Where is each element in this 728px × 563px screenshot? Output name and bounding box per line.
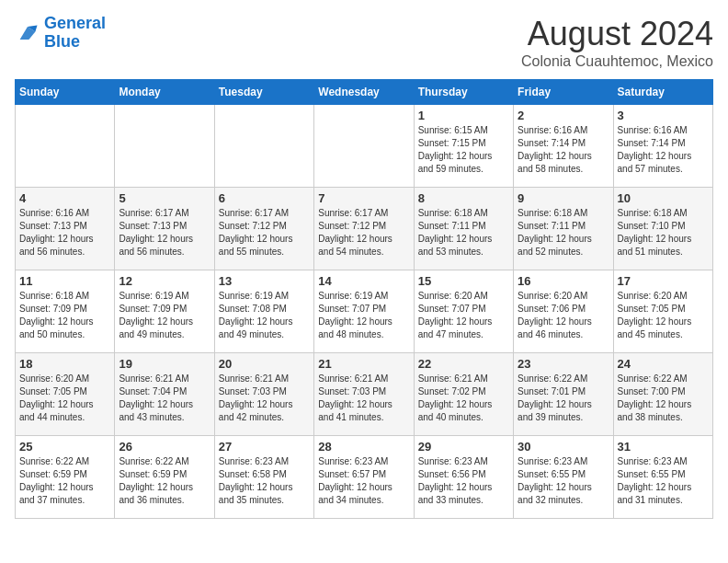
day-info: Sunrise: 6:20 AM Sunset: 7:05 PM Dayligh… — [618, 290, 709, 341]
calendar-cell: 16Sunrise: 6:20 AM Sunset: 7:06 PM Dayli… — [514, 270, 613, 353]
calendar-cell: 15Sunrise: 6:20 AM Sunset: 7:07 PM Dayli… — [414, 270, 513, 353]
location-subtitle: Colonia Cuauhtemoc, Mexico — [521, 53, 713, 70]
calendar-cell: 8Sunrise: 6:18 AM Sunset: 7:11 PM Daylig… — [414, 188, 513, 270]
day-info: Sunrise: 6:18 AM Sunset: 7:10 PM Dayligh… — [618, 207, 709, 259]
day-info: Sunrise: 6:23 AM Sunset: 6:56 PM Dayligh… — [418, 455, 509, 507]
calendar-cell — [314, 105, 414, 188]
header-day-monday: Monday — [115, 80, 214, 105]
calendar-cell: 14Sunrise: 6:19 AM Sunset: 7:07 PM Dayli… — [314, 270, 414, 353]
logo: General Blue — [15, 15, 106, 52]
day-number: 24 — [618, 357, 709, 371]
day-info: Sunrise: 6:18 AM Sunset: 7:11 PM Dayligh… — [518, 207, 609, 259]
calendar-cell: 24Sunrise: 6:22 AM Sunset: 7:00 PM Dayli… — [613, 353, 712, 436]
day-info: Sunrise: 6:16 AM Sunset: 7:13 PM Dayligh… — [19, 207, 110, 259]
calendar-table: SundayMondayTuesdayWednesdayThursdayFrid… — [15, 79, 713, 519]
day-number: 7 — [318, 191, 409, 205]
day-number: 29 — [418, 440, 509, 454]
day-info: Sunrise: 6:17 AM Sunset: 7:12 PM Dayligh… — [219, 207, 310, 259]
day-number: 8 — [418, 191, 509, 205]
page-header: General Blue August 2024 Colonia Cuauhte… — [15, 15, 713, 70]
day-number: 10 — [618, 191, 709, 205]
day-info: Sunrise: 6:16 AM Sunset: 7:14 PM Dayligh… — [518, 124, 609, 176]
day-info: Sunrise: 6:23 AM Sunset: 6:55 PM Dayligh… — [518, 455, 609, 507]
day-info: Sunrise: 6:16 AM Sunset: 7:14 PM Dayligh… — [618, 124, 709, 176]
calendar-cell — [115, 105, 214, 188]
calendar-cell: 18Sunrise: 6:20 AM Sunset: 7:05 PM Dayli… — [16, 353, 115, 436]
calendar-cell: 10Sunrise: 6:18 AM Sunset: 7:10 PM Dayli… — [613, 188, 712, 270]
day-number: 1 — [418, 109, 509, 122]
calendar-cell: 12Sunrise: 6:19 AM Sunset: 7:09 PM Dayli… — [115, 270, 214, 353]
day-info: Sunrise: 6:22 AM Sunset: 7:01 PM Dayligh… — [518, 373, 609, 424]
day-number: 18 — [19, 357, 110, 371]
day-info: Sunrise: 6:19 AM Sunset: 7:09 PM Dayligh… — [119, 290, 210, 341]
day-info: Sunrise: 6:17 AM Sunset: 7:12 PM Dayligh… — [318, 207, 409, 259]
header-day-thursday: Thursday — [414, 80, 513, 105]
day-info: Sunrise: 6:21 AM Sunset: 7:03 PM Dayligh… — [318, 373, 409, 424]
day-info: Sunrise: 6:19 AM Sunset: 7:07 PM Dayligh… — [318, 290, 409, 341]
calendar-cell: 6Sunrise: 6:17 AM Sunset: 7:12 PM Daylig… — [214, 188, 313, 270]
month-title: August 2024 — [521, 15, 713, 53]
calendar-cell: 3Sunrise: 6:16 AM Sunset: 7:14 PM Daylig… — [613, 105, 712, 188]
calendar-cell — [16, 105, 115, 188]
day-info: Sunrise: 6:21 AM Sunset: 7:02 PM Dayligh… — [418, 373, 509, 424]
calendar-cell: 26Sunrise: 6:22 AM Sunset: 6:59 PM Dayli… — [115, 436, 214, 519]
calendar-cell: 27Sunrise: 6:23 AM Sunset: 6:58 PM Dayli… — [214, 436, 313, 519]
day-info: Sunrise: 6:22 AM Sunset: 6:59 PM Dayligh… — [19, 455, 110, 507]
day-number: 5 — [119, 191, 210, 205]
calendar-cell: 23Sunrise: 6:22 AM Sunset: 7:01 PM Dayli… — [514, 353, 613, 436]
day-number: 6 — [219, 191, 310, 205]
calendar-body: 1Sunrise: 6:15 AM Sunset: 7:15 PM Daylig… — [16, 105, 713, 519]
calendar-cell: 9Sunrise: 6:18 AM Sunset: 7:11 PM Daylig… — [514, 188, 613, 270]
day-info: Sunrise: 6:21 AM Sunset: 7:04 PM Dayligh… — [119, 373, 210, 424]
day-info: Sunrise: 6:22 AM Sunset: 6:59 PM Dayligh… — [119, 455, 210, 507]
day-info: Sunrise: 6:22 AM Sunset: 7:00 PM Dayligh… — [618, 373, 709, 424]
header-day-friday: Friday — [514, 80, 613, 105]
calendar-cell: 31Sunrise: 6:23 AM Sunset: 6:55 PM Dayli… — [613, 436, 712, 519]
day-number: 26 — [119, 440, 210, 454]
day-number: 17 — [618, 274, 709, 288]
calendar-cell: 28Sunrise: 6:23 AM Sunset: 6:57 PM Dayli… — [314, 436, 414, 519]
calendar-cell: 5Sunrise: 6:17 AM Sunset: 7:13 PM Daylig… — [115, 188, 214, 270]
day-info: Sunrise: 6:18 AM Sunset: 7:11 PM Dayligh… — [418, 207, 509, 259]
day-number: 25 — [19, 440, 110, 454]
day-info: Sunrise: 6:17 AM Sunset: 7:13 PM Dayligh… — [119, 207, 210, 259]
logo-blue: Blue — [44, 32, 80, 51]
calendar-cell: 22Sunrise: 6:21 AM Sunset: 7:02 PM Dayli… — [414, 353, 513, 436]
day-number: 27 — [219, 440, 310, 454]
day-number: 2 — [518, 109, 609, 122]
header-day-sunday: Sunday — [16, 80, 115, 105]
header-day-saturday: Saturday — [613, 80, 712, 105]
day-info: Sunrise: 6:18 AM Sunset: 7:09 PM Dayligh… — [19, 290, 110, 341]
calendar-week-4: 18Sunrise: 6:20 AM Sunset: 7:05 PM Dayli… — [16, 353, 713, 436]
day-number: 22 — [418, 357, 509, 371]
calendar-cell: 29Sunrise: 6:23 AM Sunset: 6:56 PM Dayli… — [414, 436, 513, 519]
day-number: 11 — [19, 274, 110, 288]
day-number: 13 — [219, 274, 310, 288]
header-day-wednesday: Wednesday — [314, 80, 414, 105]
day-info: Sunrise: 6:21 AM Sunset: 7:03 PM Dayligh… — [219, 373, 310, 424]
calendar-week-1: 1Sunrise: 6:15 AM Sunset: 7:15 PM Daylig… — [16, 105, 713, 188]
day-number: 31 — [618, 440, 709, 454]
day-info: Sunrise: 6:20 AM Sunset: 7:06 PM Dayligh… — [518, 290, 609, 341]
calendar-cell: 4Sunrise: 6:16 AM Sunset: 7:13 PM Daylig… — [16, 188, 115, 270]
calendar-cell: 21Sunrise: 6:21 AM Sunset: 7:03 PM Dayli… — [314, 353, 414, 436]
day-number: 15 — [418, 274, 509, 288]
header-day-tuesday: Tuesday — [214, 80, 313, 105]
calendar-cell — [214, 105, 313, 188]
calendar-header-row: SundayMondayTuesdayWednesdayThursdayFrid… — [16, 80, 713, 105]
day-info: Sunrise: 6:20 AM Sunset: 7:07 PM Dayligh… — [418, 290, 509, 341]
day-number: 12 — [119, 274, 210, 288]
day-number: 28 — [318, 440, 409, 454]
title-block: August 2024 Colonia Cuauhtemoc, Mexico — [521, 15, 713, 70]
day-number: 20 — [219, 357, 310, 371]
day-number: 14 — [318, 274, 409, 288]
day-info: Sunrise: 6:23 AM Sunset: 6:55 PM Dayligh… — [618, 455, 709, 507]
day-number: 19 — [119, 357, 210, 371]
day-info: Sunrise: 6:15 AM Sunset: 7:15 PM Dayligh… — [418, 124, 509, 176]
day-number: 23 — [518, 357, 609, 371]
calendar-week-3: 11Sunrise: 6:18 AM Sunset: 7:09 PM Dayli… — [16, 270, 713, 353]
day-number: 21 — [318, 357, 409, 371]
logo-general: General — [44, 14, 106, 32]
calendar-cell: 30Sunrise: 6:23 AM Sunset: 6:55 PM Dayli… — [514, 436, 613, 519]
day-info: Sunrise: 6:23 AM Sunset: 6:57 PM Dayligh… — [318, 455, 409, 507]
